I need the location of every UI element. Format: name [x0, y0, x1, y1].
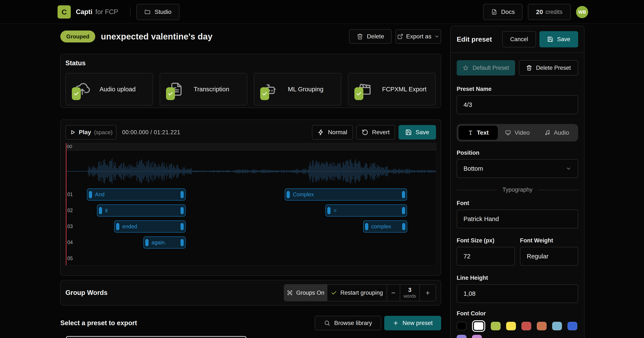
block-right-handle[interactable]: [180, 239, 184, 246]
block-right-handle[interactable]: [402, 191, 405, 198]
word-block-label: complex: [371, 223, 391, 230]
external-link-icon: [397, 34, 403, 40]
edit-preset-panel: Edit preset Cancel Save Default Preset: [450, 26, 584, 338]
block-right-handle[interactable]: [180, 223, 184, 230]
group-words-heading: Group Words: [66, 289, 108, 297]
save-label: Save: [416, 129, 429, 136]
word-block-label: again.: [152, 239, 166, 246]
block-left-handle[interactable]: [89, 191, 92, 198]
words-count: 3: [408, 287, 411, 293]
tab-text[interactable]: Text: [458, 126, 498, 140]
font-weight-label: Font Weight: [520, 237, 578, 244]
restart-grouping-label: Restart grouping: [340, 290, 383, 296]
font-color-swatch[interactable]: [568, 322, 577, 330]
docs-button[interactable]: Docs: [483, 4, 522, 20]
font-color-swatch[interactable]: [537, 322, 546, 330]
restart-grouping-button[interactable]: Restart grouping: [327, 285, 386, 301]
delete-preset-button[interactable]: Delete Preset: [519, 60, 578, 76]
object-group-icon: [287, 290, 293, 296]
word-block[interactable]: complex: [363, 220, 407, 233]
font-color-swatch[interactable]: [552, 322, 562, 330]
browse-library-button[interactable]: Browse library: [315, 316, 381, 330]
save-timeline-button[interactable]: Save: [398, 125, 436, 139]
timeline-row-label: 03: [67, 224, 73, 229]
selected-preset-card[interactable]: [66, 336, 246, 338]
edit-preset-header: Edit preset Cancel Save: [451, 26, 584, 53]
line-height-input[interactable]: [457, 284, 578, 303]
credits-button[interactable]: 20 credits: [528, 4, 571, 20]
block-left-handle[interactable]: [365, 223, 368, 230]
play-icon: [70, 129, 76, 135]
font-color-swatch[interactable]: [491, 322, 500, 330]
revert-button[interactable]: Revert: [356, 125, 395, 139]
word-block[interactable]: ended: [114, 220, 186, 233]
block-right-handle[interactable]: [180, 191, 184, 198]
timeline[interactable]: 00 0102030405AndComplexit=endedcomplexag…: [66, 143, 436, 265]
groups-toggle-label: Groups On: [296, 290, 324, 296]
font-color-swatch[interactable]: [472, 335, 482, 338]
word-block[interactable]: again.: [144, 236, 186, 249]
groups-toggle-button[interactable]: Groups On: [284, 285, 327, 301]
block-right-handle[interactable]: [402, 223, 405, 230]
font-color-swatch[interactable]: [457, 335, 466, 338]
increase-words-button[interactable]: +: [420, 285, 436, 301]
position-select[interactable]: Bottom: [457, 159, 578, 178]
word-block[interactable]: =: [326, 204, 407, 217]
delete-preset-label: Delete Preset: [536, 65, 571, 71]
word-block[interactable]: Complex: [285, 189, 407, 201]
app-logo[interactable]: C: [58, 5, 71, 19]
block-left-handle[interactable]: [145, 239, 148, 246]
save-preset-button[interactable]: Save: [539, 31, 578, 47]
tab-text-label: Text: [477, 129, 489, 136]
font-color-swatch[interactable]: [522, 322, 531, 330]
status-label: Audio upload: [100, 86, 136, 93]
font-color-swatch[interactable]: [457, 322, 466, 330]
tab-video-label: Video: [514, 129, 530, 136]
font-weight-input[interactable]: [520, 247, 578, 266]
export-as-button[interactable]: Export as: [396, 29, 441, 44]
rotate-ccw-icon: [362, 129, 368, 135]
delete-project-button[interactable]: Delete: [349, 29, 392, 44]
star-icon: [463, 65, 468, 71]
block-left-handle[interactable]: [116, 223, 119, 230]
playhead[interactable]: [66, 143, 66, 265]
default-preset-button[interactable]: Default Preset: [457, 60, 515, 76]
normal-mode-button[interactable]: Normal: [312, 125, 353, 139]
font-color-swatch[interactable]: [472, 320, 485, 332]
block-left-handle[interactable]: [327, 207, 330, 214]
font-color-swatch[interactable]: [506, 322, 516, 330]
player-panel: Play (space) 00:00.000 / 01:21.221 Norma…: [60, 119, 441, 276]
tab-video[interactable]: Video: [498, 126, 537, 140]
preset-name-input[interactable]: [457, 95, 578, 114]
monitor-icon: [505, 130, 511, 136]
block-left-handle[interactable]: [286, 191, 290, 198]
grouping-controls: Groups On Restart grouping − 3 words +: [284, 284, 436, 301]
preset-tabs: Text Video Audio: [457, 124, 578, 141]
new-preset-button[interactable]: New preset: [384, 316, 441, 330]
status-card-audio-upload: Audio upload: [66, 73, 153, 105]
font-input[interactable]: [457, 210, 578, 228]
time-display: 00:00.000 / 01:21.221: [122, 129, 180, 136]
block-right-handle[interactable]: [402, 207, 405, 214]
brand-name: Capti: [76, 8, 92, 16]
play-button[interactable]: Play (space): [66, 125, 116, 139]
user-avatar[interactable]: WB: [576, 6, 588, 18]
play-hint: (space): [94, 129, 112, 136]
font-size-input[interactable]: [457, 247, 515, 266]
studio-button[interactable]: Studio: [136, 4, 180, 20]
tab-audio[interactable]: Audio: [537, 126, 576, 140]
check-badge-icon: [354, 87, 363, 100]
search-icon: [324, 320, 330, 326]
status-card-transcription: Transcription: [160, 73, 247, 105]
word-block[interactable]: it: [97, 204, 186, 217]
decrease-words-button[interactable]: −: [386, 285, 400, 301]
block-left-handle[interactable]: [99, 207, 102, 214]
font-size-label: Font Size (px): [457, 237, 515, 244]
block-right-handle[interactable]: [180, 207, 184, 214]
word-block[interactable]: And: [87, 189, 186, 201]
text-icon: [468, 130, 474, 136]
timeline-ruler[interactable]: 00: [66, 143, 436, 150]
app-header: C Capti for FCP Studio Docs 20 credits W…: [0, 0, 644, 24]
cancel-button[interactable]: Cancel: [502, 31, 536, 47]
header-divider: [130, 7, 130, 17]
